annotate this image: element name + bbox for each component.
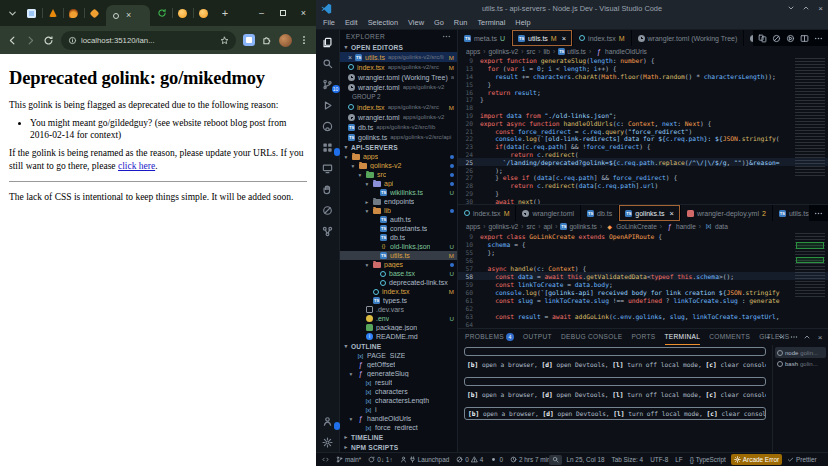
outline-item[interactable]: ▾ƒgenerateSlug <box>340 369 457 378</box>
file-tree-item[interactable]: .envU <box>340 314 457 323</box>
profile-avatar[interactable] <box>279 34 292 47</box>
activity-screencast[interactable] <box>320 203 336 217</box>
code-line[interactable]: 56 <box>458 256 828 264</box>
breadcrumb-item[interactable]: golinks-v2 <box>489 48 519 55</box>
tab-search-chevron-icon[interactable] <box>7 8 18 19</box>
activity-remote-explorer[interactable] <box>320 161 336 175</box>
terminal-item-node[interactable]: nodegolin... <box>775 347 826 358</box>
panel-more-icon[interactable] <box>790 333 798 341</box>
file-tree-item[interactable]: TSconstants.ts <box>340 224 457 233</box>
tab-flame-2[interactable] <box>63 4 84 22</box>
bookmark-star-icon[interactable] <box>220 36 229 45</box>
file-tree-item[interactable]: {}old-links.jsonU <box>340 242 457 251</box>
menu-go[interactable]: Go <box>429 18 449 27</box>
tab-utils.ts[interactable]: TSutils.tsM× <box>512 30 573 46</box>
file-tree-item[interactable]: TStypes.ts <box>340 296 457 305</box>
status-search-status[interactable] <box>549 455 562 465</box>
open-editor-item[interactable]: TSdb.tsapps/golinks-v2/src/lib <box>340 122 457 132</box>
code-line[interactable]: 62 <box>458 304 828 312</box>
code-line[interactable]: 18 <box>458 104 828 112</box>
new-tab-button[interactable]: + <box>218 6 232 20</box>
code-editor[interactable]: 9export function generateSlug(length: nu… <box>458 56 828 204</box>
outline-item[interactable]: [x]result <box>340 378 457 387</box>
open-editor-item[interactable]: index.tsxapps/golinks-v2/srcM <box>340 102 457 112</box>
browser-minimize-button[interactable]: – <box>251 0 272 26</box>
code-line[interactable]: 23 if(data[c.req.path] && !force_redirec… <box>458 143 828 151</box>
tab-orange-triangle-1[interactable] <box>42 4 63 22</box>
file-tree-item[interactable]: deprecated-link.tsx <box>340 278 457 287</box>
code-line[interactable]: 59 const linkToCreate = data.body; <box>458 280 828 288</box>
outline-item[interactable]: [x]force_redirect <box>340 423 457 432</box>
vscode-close-button[interactable]: × <box>813 0 828 16</box>
panel-tab-ports[interactable]: PORTS <box>631 329 655 345</box>
file-tree-item[interactable]: base.tsxU <box>340 269 457 278</box>
run-file-icon[interactable] <box>786 34 795 43</box>
project-header[interactable]: ▾API-SERVERS <box>340 142 457 152</box>
breadcrumb-item[interactable]: lib <box>543 48 550 55</box>
code-line[interactable]: 61 const slug = linkToCreate.slug !== un… <box>458 296 828 304</box>
terminal-picker-icon[interactable] <box>777 333 785 341</box>
vscode-maximize-button[interactable] <box>798 0 813 16</box>
file-tree-item[interactable]: ▾src <box>340 170 457 179</box>
menu-file[interactable]: File <box>318 18 340 27</box>
file-tree-item[interactable]: ▾api <box>340 179 457 188</box>
code-line[interactable]: 15 } <box>458 80 828 88</box>
address-bar[interactable]: localhost:35120/lan... <box>61 31 236 50</box>
breadcrumb-item[interactable]: apps <box>466 48 480 55</box>
code-line[interactable]: 28 return c.redirect(data[c.req.path].ur… <box>458 182 828 190</box>
more-actions-icon[interactable] <box>814 209 823 218</box>
tab-orange-emoji-1[interactable] <box>172 4 193 22</box>
activity-extensions[interactable] <box>320 140 336 154</box>
code-line[interactable]: 10 schema = { <box>458 240 828 248</box>
code-line[interactable]: 17} <box>458 96 828 104</box>
breadcrumb-item[interactable]: ◆GoLinkCreate <box>605 223 657 230</box>
outline-item[interactable]: ▾ƒhandleOldUrls <box>340 414 457 423</box>
menu-help[interactable]: Help <box>510 18 535 27</box>
code-editor[interactable]: 9export class GoLinkCreate extends OpenA… <box>458 231 828 328</box>
status-encoding[interactable]: UTF-8 <box>647 454 671 466</box>
minimap[interactable] <box>795 233 825 297</box>
timeline-header[interactable]: ▸TIMELINE <box>340 432 457 442</box>
extensions-puzzle-icon[interactable] <box>262 35 272 45</box>
file-tree-item[interactable]: ▾golinks-v2 <box>340 161 457 170</box>
status-time-tracker[interactable]: 2 hrs 7 mins <box>507 454 550 466</box>
minimap[interactable] <box>795 58 825 176</box>
tab-close-button[interactable]: × <box>126 11 131 20</box>
file-tree-item[interactable]: ▾lib <box>340 206 457 215</box>
status-remote-indicator[interactable] <box>319 454 332 466</box>
breadcrumb-item[interactable]: TSgolinks.ts <box>560 223 597 230</box>
terminal-item-bash[interactable]: bashgolin... <box>775 358 826 369</box>
file-tree-item[interactable]: TSutils.tsM <box>340 251 457 260</box>
code-line[interactable]: 14 result += characters.charAt(Math.floo… <box>458 73 828 81</box>
breadcrumb-item[interactable]: src <box>526 223 535 230</box>
activity-github[interactable] <box>320 119 336 133</box>
breadcrumb-item[interactable]: src <box>526 48 535 55</box>
code-line[interactable]: 57 async handle(c: Context) { <box>458 264 828 272</box>
browser-close-button[interactable]: × <box>293 0 314 26</box>
compare-icon[interactable] <box>772 34 781 43</box>
code-line[interactable]: 9export function generateSlug(length: nu… <box>458 57 828 65</box>
tab-wrangler.toml[interactable]: wrangler.toml <box>516 205 581 221</box>
reload-button[interactable] <box>43 35 54 46</box>
browser-maximize-button[interactable] <box>272 0 293 26</box>
extension-blue-icon[interactable] <box>243 34 255 46</box>
open-changes-icon[interactable] <box>758 34 767 43</box>
menu-edit[interactable]: Edit <box>340 18 363 27</box>
code-line[interactable]: 16 return result; <box>458 88 828 96</box>
panel-tab-comments[interactable]: COMMENTS <box>709 329 750 345</box>
maximize-panel-icon[interactable] <box>803 333 811 341</box>
file-tree-item[interactable]: TSwikilinks.tsU <box>340 188 457 197</box>
npm-scripts-header[interactable]: ▸NPM SCRIPTS <box>340 442 457 452</box>
open-editors-header[interactable]: ▾OPEN EDITORS <box>340 42 457 52</box>
tab-orange-diamond-3[interactable] <box>84 4 105 22</box>
status-ports[interactable]: 0 <box>487 454 506 466</box>
back-button[interactable] <box>7 35 18 46</box>
outline-item[interactable]: [x]charactersLength <box>340 396 457 405</box>
terminal-output[interactable]: [b] open a browser, [d] open Devtools, [… <box>458 345 772 452</box>
breadcrumb-item[interactable]: ƒhandleOldUrls <box>594 48 647 55</box>
status-language-mode[interactable]: {} TypeScript <box>687 454 729 466</box>
vscode-minimize-button[interactable] <box>783 0 798 16</box>
code-line[interactable]: 63 const result = await addGoLink(c.env.… <box>458 312 828 320</box>
tab-close-icon[interactable]: × <box>669 209 673 218</box>
open-editor-item[interactable]: wrangler.tomlapps/golinks-v2 <box>340 112 457 122</box>
